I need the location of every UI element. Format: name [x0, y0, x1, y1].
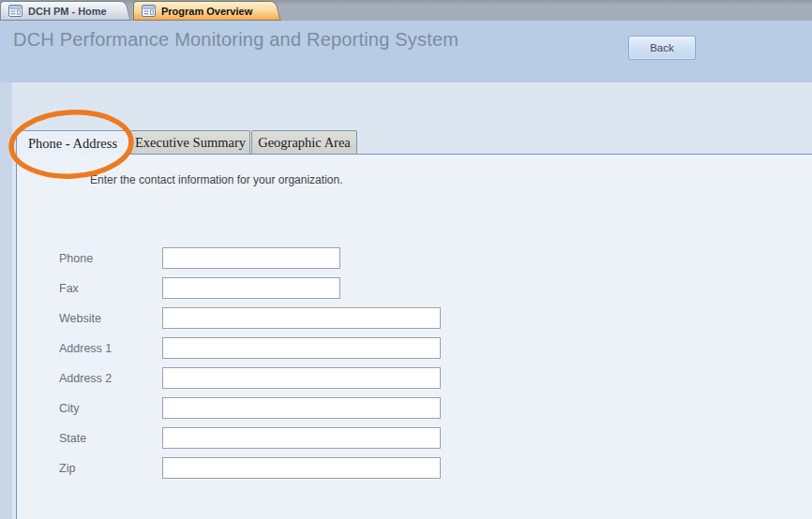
doc-tab-dch-pm-home[interactable]: DCH PM - Home: [0, 1, 121, 21]
tab-geographic-area[interactable]: Geographic Area: [251, 130, 357, 154]
tab-phone-address[interactable]: Phone - Address: [16, 130, 129, 156]
doc-tab-label: DCH PM - Home: [28, 6, 107, 17]
address-2-label: Address 2: [59, 372, 162, 385]
back-button[interactable]: Back: [628, 36, 696, 60]
access-form-icon: [142, 5, 156, 17]
address-1-label: Address 1: [59, 342, 162, 355]
city-label: City: [59, 402, 162, 415]
address-1-input[interactable]: [162, 337, 441, 359]
page-title: DCH Performance Monitoring and Reporting…: [13, 29, 459, 51]
phone-input[interactable]: [162, 247, 340, 269]
field-row-address-2: Address 2: [59, 367, 441, 389]
app-window: DCH PM - Home Program Overview DCH Perfo…: [0, 0, 812, 519]
doc-tab-program-overview[interactable]: Program Overview: [133, 1, 271, 21]
zip-input[interactable]: [162, 457, 441, 479]
field-row-state: State: [59, 427, 441, 449]
tab-executive-summary[interactable]: Executive Summary: [130, 130, 250, 154]
doc-tab-label: Program Overview: [161, 6, 252, 17]
fax-label: Fax: [59, 282, 162, 295]
access-form-icon: [8, 5, 23, 17]
instruction-text: Enter the contact information for your o…: [90, 173, 342, 186]
field-row-phone: Phone: [59, 247, 441, 269]
field-row-zip: Zip: [59, 457, 441, 479]
city-input[interactable]: [162, 397, 441, 419]
field-row-city: City: [59, 397, 441, 419]
website-label: Website: [59, 312, 162, 325]
zip-label: Zip: [59, 462, 162, 475]
field-row-website: Website: [59, 307, 441, 329]
address-2-input[interactable]: [162, 367, 441, 389]
field-row-fax: Fax: [59, 277, 441, 299]
phone-label: Phone: [59, 252, 162, 265]
website-input[interactable]: [162, 307, 441, 329]
state-input[interactable]: [162, 427, 441, 449]
state-label: State: [59, 432, 162, 445]
header: DCH Performance Monitoring and Reporting…: [0, 21, 812, 82]
field-row-address-1: Address 1: [59, 337, 441, 359]
document-tab-bar: DCH PM - Home Program Overview: [0, 0, 812, 21]
fax-input[interactable]: [162, 277, 340, 299]
contact-form: Phone Fax Website Address 1 Address 2 Ci…: [59, 247, 441, 487]
